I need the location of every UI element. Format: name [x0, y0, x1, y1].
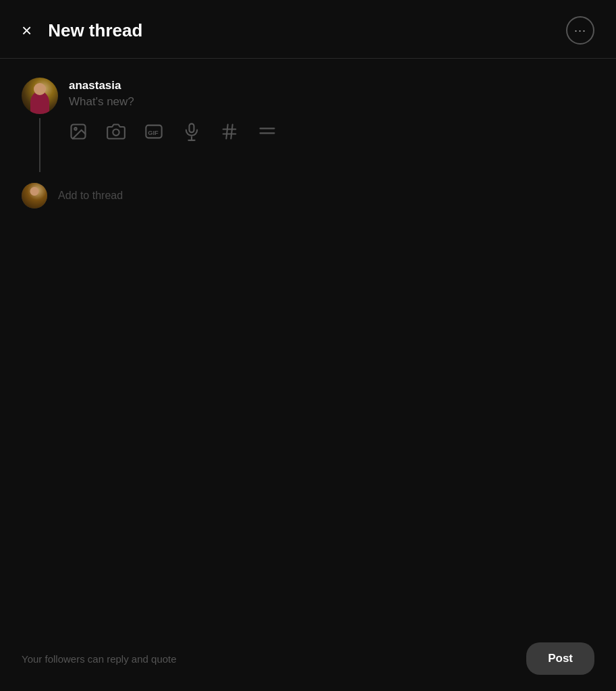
compose-toolbar: GIF: [69, 122, 594, 141]
footer: Your followers can reply and quote Post: [0, 626, 616, 691]
header: × New thread ···: [0, 0, 616, 59]
close-button[interactable]: ×: [22, 22, 32, 39]
camera-icon[interactable]: [107, 122, 125, 141]
hashtag-icon[interactable]: [220, 122, 239, 141]
main-thread-row: anastasia What's new?: [22, 78, 594, 172]
svg-point-1: [74, 128, 77, 130]
privacy-label: Your followers can reply and quote: [22, 653, 177, 665]
more-options-button[interactable]: ···: [566, 16, 594, 45]
add-thread-row: Add to thread: [22, 183, 594, 209]
svg-text:GIF: GIF: [148, 130, 159, 136]
page-title: New thread: [48, 20, 142, 41]
microphone-icon[interactable]: [182, 122, 201, 141]
user-avatar: [22, 78, 58, 114]
compose-placeholder[interactable]: What's new?: [69, 95, 594, 109]
thread-connector-line: [39, 118, 40, 172]
svg-line-10: [226, 125, 227, 139]
svg-line-11: [231, 125, 232, 139]
add-to-thread-placeholder[interactable]: Add to thread: [58, 190, 123, 202]
svg-point-2: [113, 130, 119, 136]
image-icon[interactable]: [69, 122, 88, 141]
secondary-avatar-image: [22, 183, 47, 209]
content-area: anastasia What's new?: [0, 59, 616, 209]
svg-rect-5: [190, 123, 194, 132]
gif-icon[interactable]: GIF: [144, 122, 163, 141]
username-label: anastasia: [69, 79, 594, 92]
header-left: × New thread: [22, 20, 142, 41]
post-button[interactable]: Post: [526, 642, 594, 675]
more-content-icon[interactable]: [258, 122, 277, 141]
avatar-column: [22, 78, 58, 172]
secondary-avatar: [22, 183, 47, 209]
post-column: anastasia What's new?: [69, 78, 594, 172]
